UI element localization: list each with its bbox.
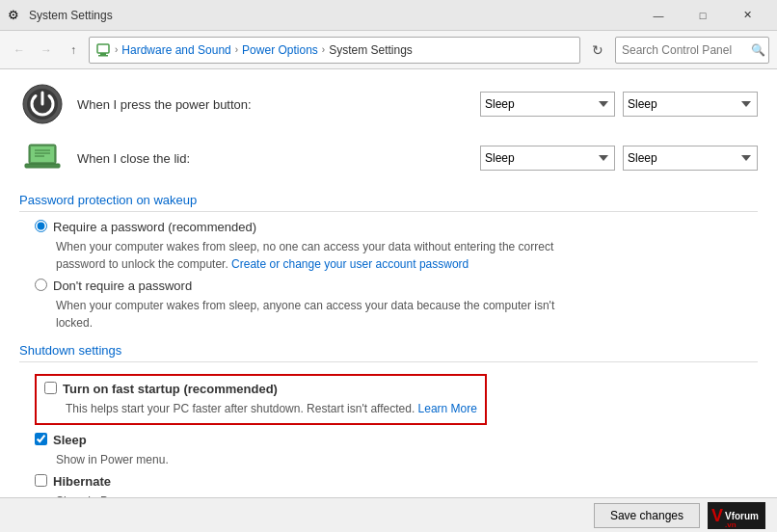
- fast-startup-row: Turn on fast startup (recommended): [44, 382, 477, 396]
- shutdown-options: Turn on fast startup (recommended) This …: [35, 370, 758, 497]
- no-password-desc-text: When your computer wakes from sleep, any…: [56, 299, 554, 330]
- lid-icon: [21, 137, 64, 179]
- require-password-block: Require a password (recommended) When yo…: [35, 220, 758, 273]
- require-password-desc-text1: When your computer wakes from sleep, no …: [56, 240, 553, 253]
- minimize-button[interactable]: —: [636, 0, 681, 31]
- up-button[interactable]: ↑: [62, 39, 85, 62]
- no-password-radio[interactable]: [35, 279, 47, 291]
- titlebar: ⚙ System Settings — □ ✕: [0, 0, 777, 31]
- learn-more-link[interactable]: Learn More: [418, 402, 477, 415]
- svg-rect-2: [98, 55, 108, 57]
- hibernate-option-block: Hibernate Show in Power menu.: [35, 474, 758, 497]
- search-wrap: 🔍: [615, 37, 769, 64]
- fast-startup-desc-text: This helps start your PC faster after sh…: [66, 402, 415, 415]
- require-password-desc-text2: password to unlock the computer.: [56, 257, 228, 271]
- watermark: V Vforum .vn: [708, 502, 765, 529]
- no-password-desc: When your computer wakes from sleep, any…: [56, 297, 758, 332]
- search-input[interactable]: [615, 37, 769, 64]
- vforum-logo: V Vforum .vn: [708, 502, 765, 529]
- addressbar: ← → ↑ › Hardware and Sound › Power Optio…: [0, 31, 777, 69]
- lid-row: When I close the lid: Sleep Do nothing H…: [19, 135, 758, 181]
- close-button[interactable]: ✕: [725, 0, 769, 31]
- fast-startup-desc: This helps start your PC faster after sh…: [66, 400, 477, 417]
- bottombar: Save changes V Vforum .vn: [0, 497, 777, 532]
- breadcrumb-separator-2: ›: [322, 44, 325, 55]
- power-button-battery-dropdown[interactable]: Sleep Do nothing Hibernate Shut down Tur…: [480, 92, 615, 117]
- window-title: System Settings: [29, 9, 636, 22]
- require-password-radio[interactable]: [35, 220, 47, 232]
- content-area: When I press the power button: Sleep Do …: [0, 69, 777, 497]
- power-button-row: When I press the power button: Sleep Do …: [19, 81, 758, 127]
- power-button-icon: [21, 83, 64, 125]
- sleep-label[interactable]: Sleep: [53, 433, 87, 447]
- breadcrumb-separator-1: ›: [235, 44, 238, 55]
- shutdown-section: Shutdown settings Turn on fast startup (…: [19, 343, 758, 497]
- lid-battery-dropdown[interactable]: Sleep Do nothing Hibernate Shut down Tur…: [480, 146, 615, 171]
- power-button-icon-wrap: [19, 81, 66, 127]
- lid-label: When I close the lid:: [77, 151, 469, 166]
- sleep-option-block: Sleep Show in Power menu.: [35, 433, 758, 468]
- lid-plugged-dropdown[interactable]: Sleep Do nothing Hibernate Shut down Tur…: [623, 146, 758, 171]
- power-button-dropdowns: Sleep Do nothing Hibernate Shut down Tur…: [480, 92, 758, 117]
- breadcrumb-separator-0: ›: [115, 44, 118, 55]
- maximize-button[interactable]: □: [681, 0, 725, 31]
- svg-text:V: V: [711, 506, 723, 525]
- window-controls: — □ ✕: [636, 0, 769, 31]
- hibernate-desc: Show in Power menu.: [56, 492, 758, 497]
- hibernate-label[interactable]: Hibernate: [53, 474, 111, 489]
- require-password-label[interactable]: Require a password (recommended): [53, 220, 256, 234]
- refresh-button[interactable]: ↻: [584, 37, 611, 64]
- require-password-row: Require a password (recommended): [35, 220, 758, 234]
- no-password-label[interactable]: Don't require a password: [53, 279, 192, 293]
- create-password-link[interactable]: Create or change your user account passw…: [231, 257, 469, 271]
- svg-rect-7: [25, 164, 60, 168]
- content-inner: When I press the power button: Sleep Do …: [0, 69, 777, 497]
- hibernate-checkbox[interactable]: [35, 474, 47, 487]
- breadcrumb-hardware-sound[interactable]: Hardware and Sound: [121, 43, 230, 57]
- password-section-header: Password protection on wakeup: [19, 193, 758, 212]
- forward-button[interactable]: →: [35, 39, 58, 62]
- lid-dropdowns: Sleep Do nothing Hibernate Shut down Tur…: [480, 146, 758, 171]
- lid-icon-wrap: [19, 135, 66, 181]
- breadcrumb-root-icon: [95, 42, 111, 58]
- breadcrumb-power-options[interactable]: Power Options: [242, 43, 318, 57]
- shutdown-section-header: Shutdown settings: [19, 343, 758, 362]
- breadcrumb-current: System Settings: [329, 43, 413, 57]
- back-button[interactable]: ←: [8, 39, 31, 62]
- svg-rect-1: [100, 53, 106, 55]
- fast-startup-highlight: Turn on fast startup (recommended) This …: [35, 374, 487, 425]
- hibernate-option-row: Hibernate: [35, 474, 758, 489]
- save-changes-button[interactable]: Save changes: [594, 503, 700, 528]
- svg-rect-6: [31, 146, 54, 162]
- no-password-block: Don't require a password When your compu…: [35, 279, 758, 332]
- search-button[interactable]: 🔍: [751, 43, 765, 57]
- power-button-plugged-dropdown[interactable]: Sleep Do nothing Hibernate Shut down Tur…: [623, 92, 758, 117]
- fast-startup-checkbox[interactable]: [44, 382, 57, 394]
- no-password-row: Don't require a password: [35, 279, 758, 293]
- sleep-desc: Show in Power menu.: [56, 451, 758, 468]
- password-section: Password protection on wakeup Require a …: [19, 193, 758, 332]
- sleep-option-row: Sleep: [35, 433, 758, 447]
- app-icon: ⚙: [8, 8, 23, 23]
- svg-text:.vn: .vn: [725, 520, 737, 529]
- sleep-checkbox[interactable]: [35, 433, 47, 445]
- require-password-desc: When your computer wakes from sleep, no …: [56, 238, 758, 273]
- breadcrumb: › Hardware and Sound › Power Options › S…: [89, 37, 580, 64]
- power-button-label: When I press the power button:: [77, 97, 469, 112]
- fast-startup-label[interactable]: Turn on fast startup (recommended): [63, 382, 278, 396]
- svg-rect-0: [97, 44, 109, 53]
